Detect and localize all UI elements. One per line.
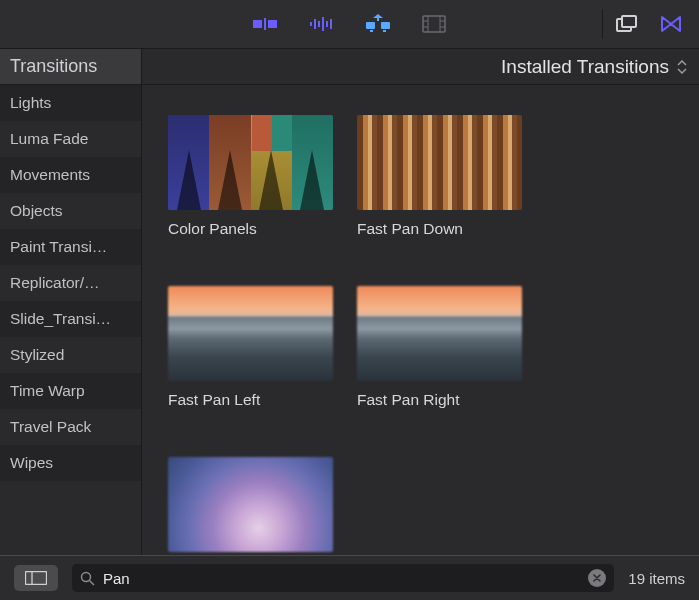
transition-label: Fast Pan Down: [357, 220, 522, 238]
svg-rect-2: [268, 20, 277, 28]
library-dropdown-label: Installed Transitions: [501, 56, 669, 78]
transition-card[interactable]: Fast Pan Down: [357, 115, 522, 238]
sidebar-item-label: Movements: [10, 166, 90, 184]
sidebar-item-replicator[interactable]: Replicator/…: [0, 265, 141, 301]
sidebar-item-label: Time Warp: [10, 382, 85, 400]
thumbnail: [168, 115, 333, 210]
transition-card[interactable]: Color Panels: [168, 115, 333, 238]
sidebar-item-lights[interactable]: Lights: [0, 85, 141, 121]
browser-footer: 19 items: [0, 555, 699, 600]
category-sidebar: Lights Luma Fade Movements Objects Paint…: [0, 85, 142, 555]
sidebar-item-objects[interactable]: Objects: [0, 193, 141, 229]
svg-rect-1: [264, 18, 266, 30]
sidebar-item-label: Replicator/…: [10, 274, 100, 292]
sidebar-item-luma-fade[interactable]: Luma Fade: [0, 121, 141, 157]
transition-label: Fast Pan Left: [168, 391, 333, 409]
sidebar-item-travel-pack[interactable]: Travel Pack: [0, 409, 141, 445]
sidebar-item-movements[interactable]: Movements: [0, 157, 141, 193]
sidebar-item-label: Objects: [10, 202, 63, 220]
sidebar-item-label: Luma Fade: [10, 130, 88, 148]
toolbar-separator: [602, 9, 603, 39]
svg-rect-8: [330, 19, 332, 29]
thumbnail: [168, 286, 333, 381]
sidebar-item-paint-transitions[interactable]: Paint Transi…: [0, 229, 141, 265]
transition-card[interactable]: [168, 457, 333, 555]
svg-rect-0: [253, 20, 262, 28]
search-icon: [80, 571, 95, 586]
svg-rect-10: [381, 22, 390, 29]
close-icon: [593, 574, 601, 582]
sort-stepper-icon: [677, 60, 687, 74]
transition-label: Fast Pan Right: [357, 391, 522, 409]
svg-point-25: [82, 572, 91, 581]
svg-rect-4: [314, 19, 316, 29]
sidebar-item-label: Wipes: [10, 454, 53, 472]
transition-grid: Color Panels Fast Pan Down Fast Pan Left…: [142, 85, 699, 555]
svg-rect-9: [366, 22, 375, 29]
thumbnail: [168, 457, 333, 552]
sidebar-item-label: Lights: [10, 94, 51, 112]
transition-label: Color Panels: [168, 220, 333, 238]
search-field[interactable]: [72, 564, 614, 592]
svg-rect-22: [622, 16, 636, 27]
sidebar-item-slide-transitions[interactable]: Slide_Transi…: [0, 301, 141, 337]
svg-rect-13: [383, 30, 386, 32]
sidebar-item-label: Stylized: [10, 346, 64, 364]
sidebar-item-time-warp[interactable]: Time Warp: [0, 373, 141, 409]
layout-toggle-button[interactable]: [14, 565, 58, 591]
sidebar-item-label: Paint Transi…: [10, 238, 107, 256]
svg-rect-5: [318, 21, 320, 27]
clear-search-button[interactable]: [588, 569, 606, 587]
sidebar-item-label: Slide_Transi…: [10, 310, 111, 328]
item-count: 19 items: [628, 570, 685, 587]
share-icon[interactable]: [657, 12, 685, 36]
library-dropdown[interactable]: Installed Transitions: [142, 49, 699, 84]
thumbnail: [357, 115, 522, 210]
windows-icon[interactable]: [613, 12, 641, 36]
titles-icon[interactable]: [420, 12, 448, 36]
svg-rect-7: [326, 21, 328, 27]
svg-rect-12: [370, 30, 373, 32]
generators-icon[interactable]: [364, 12, 392, 36]
svg-rect-14: [423, 16, 445, 32]
svg-rect-3: [310, 22, 312, 26]
svg-rect-6: [322, 17, 324, 31]
svg-line-26: [90, 580, 95, 585]
sidebar-item-wipes[interactable]: Wipes: [0, 445, 141, 481]
panel-title: Transitions: [0, 49, 142, 84]
sidebar-item-label: Travel Pack: [10, 418, 91, 436]
layout-icon: [25, 571, 47, 585]
top-toolbar: [0, 0, 699, 49]
browser-header: Transitions Installed Transitions: [0, 49, 699, 85]
transitions-icon[interactable]: [252, 12, 280, 36]
search-input[interactable]: [103, 570, 580, 587]
thumbnail: [357, 286, 522, 381]
sidebar-item-stylized[interactable]: Stylized: [0, 337, 141, 373]
transition-card[interactable]: Fast Pan Left: [168, 286, 333, 409]
svg-rect-23: [26, 572, 47, 585]
equalizer-icon[interactable]: [308, 12, 336, 36]
transition-card[interactable]: Fast Pan Right: [357, 286, 522, 409]
